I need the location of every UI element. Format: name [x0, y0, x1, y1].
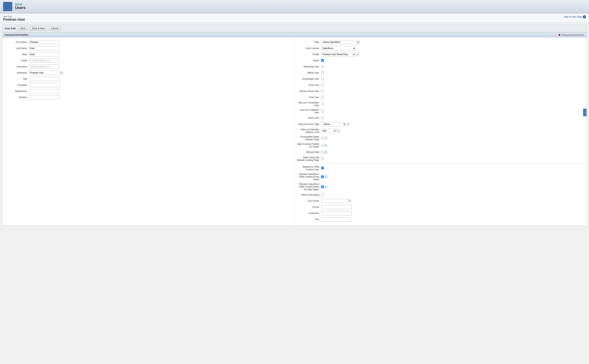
- nickname-input[interactable]: [29, 71, 60, 75]
- allow-forecasting-checkbox[interactable]: [321, 193, 324, 196]
- high-contrast-checkbox[interactable]: [321, 144, 324, 147]
- service-cloud-user-checkbox[interactable]: [321, 90, 324, 92]
- nickname-field: i: [29, 71, 63, 75]
- last-name-input[interactable]: [29, 46, 60, 50]
- receive-sf-crm-daily-checkbox[interactable]: [321, 185, 324, 188]
- division-input[interactable]: [29, 95, 60, 99]
- extension-input[interactable]: [321, 211, 352, 215]
- alias-input[interactable]: [29, 52, 60, 57]
- save-new-button[interactable]: Save & New: [30, 26, 46, 31]
- sitecom-contributor-checkbox[interactable]: [321, 103, 324, 105]
- marketing-user-checkbox[interactable]: [321, 65, 324, 68]
- sf-crm-content-row: Salesforce CRM Content User: [295, 165, 587, 171]
- call-center-row: Call Center: [295, 198, 587, 203]
- company-input[interactable]: [29, 83, 60, 87]
- make-setup-checkbox[interactable]: [321, 157, 324, 160]
- receive-sf-crm-email-checkbox[interactable]: [321, 176, 324, 178]
- cancel-button[interactable]: Cancel: [49, 26, 60, 31]
- help-link[interactable]: Help for this Page ?: [564, 15, 586, 18]
- sitecom-contributor-field: [321, 103, 324, 106]
- department-field: [29, 89, 60, 93]
- alias-field: [29, 52, 60, 57]
- main-content: User Edit Save Save & New Cancel General…: [2, 25, 587, 226]
- debug-mode-info-icon[interactable]: i: [324, 151, 327, 153]
- knowledge-user-checkbox[interactable]: [321, 77, 324, 80]
- datacom-monthly-select[interactable]: 300: [321, 129, 337, 133]
- division-field: [29, 95, 60, 99]
- sf-crm-content-checkbox[interactable]: [321, 167, 324, 169]
- user-license-row: User License Salesforce: [295, 46, 587, 51]
- make-setup-label: Make Setup My Default Landing Page: [296, 156, 321, 162]
- phone-field: [321, 205, 352, 209]
- role-row: Role <None Specified>: [295, 40, 587, 45]
- title-input[interactable]: [29, 77, 60, 81]
- nickname-info-icon[interactable]: i: [60, 72, 63, 74]
- active-checkbox[interactable]: [321, 59, 324, 62]
- alias-row: Alias: [2, 52, 294, 57]
- svg-point-0: [349, 200, 351, 201]
- datacom-user-type-select[interactable]: --None--: [321, 122, 346, 126]
- debug-mode-label: Debug Mode: [296, 151, 321, 153]
- debug-mode-field: i: [321, 151, 327, 153]
- username-label: Username: [4, 65, 29, 68]
- profile-select[interactable]: Fivetran User Read Only: [321, 52, 356, 57]
- call-center-input[interactable]: [321, 199, 348, 203]
- receive-sf-crm-daily-info-icon[interactable]: i: [324, 185, 327, 188]
- last-name-field: [29, 46, 60, 50]
- role-select[interactable]: <None Specified>: [321, 40, 359, 44]
- offline-user-field: [321, 71, 324, 75]
- high-contrast-row: High-Contrast Palette on Charts i: [295, 142, 587, 149]
- knowledge-user-label: Knowledge User: [296, 78, 321, 80]
- make-setup-field: [321, 157, 324, 161]
- user-license-field: Salesforce: [321, 46, 356, 50]
- chat-user-field: [321, 96, 324, 99]
- debug-mode-checkbox[interactable]: [321, 151, 324, 153]
- call-center-search-icon[interactable]: [348, 199, 352, 203]
- sitecom-publisher-checkbox[interactable]: [321, 110, 324, 112]
- save-button[interactable]: Save: [18, 26, 27, 31]
- active-row: Active: [295, 58, 587, 63]
- page-name: Fivetran User: [3, 18, 586, 22]
- sitecom-publisher-label: Site.com Publisher User: [296, 109, 321, 114]
- profile-info-icon[interactable]: i: [357, 53, 359, 56]
- department-input[interactable]: [29, 89, 60, 93]
- marketing-user-field: [321, 65, 324, 68]
- accessibility-info-icon[interactable]: i: [324, 137, 327, 139]
- accessibility-checkbox[interactable]: [321, 137, 324, 139]
- first-name-input[interactable]: [29, 40, 60, 44]
- right-panel-toggle[interactable]: ‹: [583, 109, 587, 116]
- fax-row: Fax: [295, 217, 587, 222]
- fax-input[interactable]: [321, 217, 352, 221]
- avatar: 👤: [3, 2, 12, 11]
- chat-user-checkbox[interactable]: [321, 96, 324, 98]
- company-row: Company: [2, 83, 294, 88]
- form-body: First Name Last Name Alias: [2, 37, 587, 225]
- extension-row: Extension: [295, 211, 587, 216]
- profile-label: Profile: [296, 53, 321, 56]
- title-label: Title: [4, 78, 29, 80]
- knowledge-user-row: Knowledge User: [295, 77, 587, 81]
- receive-sf-crm-email-info-icon[interactable]: i: [324, 176, 327, 178]
- receive-sf-crm-email-row: Receive Salesforce CRM Content Email Ale…: [295, 172, 587, 181]
- username-input[interactable]: [29, 65, 60, 69]
- accessibility-row: Accessibility Mode (Classic Only) i: [295, 135, 587, 141]
- allow-forecasting-label: Allow Forecasting: [296, 194, 321, 196]
- user-license-select[interactable]: Salesforce: [321, 46, 356, 50]
- high-contrast-info-icon[interactable]: i: [324, 144, 327, 147]
- datacom-user-type-info-icon[interactable]: i: [347, 123, 350, 125]
- form-left: First Name Last Name Alias: [2, 37, 295, 225]
- flow-user-field: [321, 84, 324, 87]
- datacom-monthly-info-icon[interactable]: i: [337, 130, 340, 132]
- datacom-monthly-field: 300 i: [321, 129, 340, 133]
- receive-sf-crm-email-field: i: [321, 176, 327, 178]
- offline-user-checkbox[interactable]: [321, 71, 324, 74]
- email-input[interactable]: [29, 58, 60, 63]
- receive-sf-crm-daily-row: Receive Salesforce CRM Content Alerts as…: [295, 182, 587, 191]
- username-row: Username: [2, 64, 294, 69]
- wdc-user-checkbox[interactable]: [321, 117, 324, 119]
- phone-input[interactable]: [321, 205, 352, 209]
- flow-user-checkbox[interactable]: [321, 84, 324, 86]
- datacom-user-type-field: --None-- i: [321, 122, 350, 126]
- flow-user-label: Flow User: [296, 84, 321, 86]
- username-field: [29, 65, 60, 69]
